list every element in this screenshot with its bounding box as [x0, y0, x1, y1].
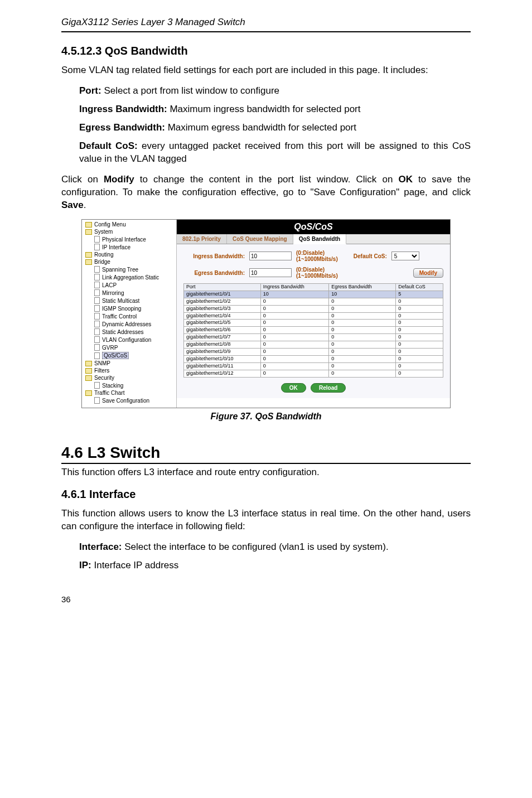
tree-vlan-config[interactable]: VLAN Configuration [83, 336, 175, 344]
table-cell: gigabitethernet1/0/3 [184, 305, 261, 312]
field-ingress-label: Ingress Bandwidth: [79, 104, 167, 114]
table-cell: 0 [260, 312, 328, 320]
tree-dynamic-addresses[interactable]: Dynamic Addresses [83, 320, 175, 328]
field-egress-label: Egress Bandwidth: [79, 122, 165, 133]
table-cell: 0 [329, 349, 396, 356]
section-heading-l3-switch: 4.6 L3 Switch [61, 444, 471, 464]
table-cell: 0 [260, 341, 328, 349]
folder-icon [85, 229, 92, 235]
table-cell: 0 [396, 355, 443, 362]
table-cell: 0 [396, 334, 443, 341]
section-heading-interface: 4.6.1 Interface [61, 488, 471, 501]
folder-icon [85, 252, 92, 258]
table-row[interactable]: gigabitethernet1/0/11000 [184, 362, 443, 370]
embedded-screenshot: Config Menu System Physical Interface IP… [81, 219, 451, 408]
egress-bw-input[interactable] [249, 268, 292, 277]
tree-bridge[interactable]: Bridge [83, 258, 175, 265]
ingress-bw-label: Ingress Bandwidth: [183, 253, 245, 259]
table-header-row: Port Ingress Bandwidth Egress Bandwidth … [184, 284, 443, 291]
table-row[interactable]: gigabitethernet1/0/8000 [184, 341, 443, 349]
table-row[interactable]: gigabitethernet1/0/12000 [184, 370, 443, 377]
table-cell: gigabitethernet1/0/8 [184, 341, 261, 349]
file-icon [94, 282, 100, 288]
file-icon [94, 382, 100, 389]
egress-note: (0:Disable)(1~1000Mbits/s) [296, 267, 338, 279]
tree-system[interactable]: System [83, 228, 175, 235]
reload-button[interactable]: Reload [311, 383, 346, 393]
file-icon [94, 321, 100, 327]
col-default-cos: Default CoS [396, 284, 443, 291]
table-cell: 0 [329, 320, 396, 327]
table-row[interactable]: gigabitethernet1/0/10000 [184, 355, 443, 362]
tree-stacking[interactable]: Stacking [83, 381, 175, 389]
tree-igmp-snooping[interactable]: IGMP Snooping [83, 304, 175, 312]
table-row[interactable]: gigabitethernet1/0/4000 [184, 312, 443, 320]
tree-lacp[interactable]: LACP [83, 281, 175, 289]
tree-static-multicast[interactable]: Static Multicast [83, 297, 175, 304]
table-cell: 0 [396, 341, 443, 349]
field-interface-label: Interface: [79, 541, 122, 552]
table-cell: 0 [260, 320, 328, 327]
table-row[interactable]: gigabitethernet1/0/9000 [184, 349, 443, 356]
tree-static-addresses[interactable]: Static Addresses [83, 328, 175, 336]
tab-qos-bandwidth[interactable]: QoS Bandwidth [293, 234, 346, 244]
interface-field-list: Interface: Select the interface to be co… [61, 541, 471, 572]
table-cell: 0 [396, 349, 443, 356]
field-ip-label: IP: [79, 560, 91, 570]
tab-bar: 802.1p Priority CoS Queue Mapping QoS Ba… [177, 234, 450, 244]
file-icon [94, 397, 100, 404]
default-cos-label: Default CoS: [342, 253, 387, 259]
tree-snmp[interactable]: SNMP [83, 360, 175, 367]
table-cell: 0 [396, 312, 443, 320]
tab-8021p[interactable]: 802.1p Priority [177, 234, 227, 244]
table-row[interactable]: gigabitethernet1/0/110105 [184, 291, 443, 298]
tree-traffic-chart[interactable]: Traffic Chart [83, 389, 175, 396]
table-cell: 0 [260, 349, 328, 356]
section-heading-qos-bandwidth: 4.5.12.3 QoS Bandwidth [61, 45, 471, 57]
col-ingress: Ingress Bandwidth [260, 284, 328, 291]
table-cell: 0 [396, 327, 443, 334]
field-port: Port: Select a port from list window to … [61, 85, 471, 98]
field-interface-text: Select the interface to be configured (v… [122, 541, 389, 552]
tree-qos-cos[interactable]: QoS/CoS [83, 351, 175, 360]
tree-physical-interface[interactable]: Physical Interface [83, 235, 175, 243]
table-row[interactable]: gigabitethernet1/0/6000 [184, 327, 443, 334]
modify-button[interactable]: Modify [413, 268, 443, 278]
table-cell: 0 [396, 298, 443, 305]
tree-routing[interactable]: Routing [83, 251, 175, 258]
tab-cos-queue[interactable]: CoS Queue Mapping [227, 234, 293, 244]
table-row[interactable]: gigabitethernet1/0/7000 [184, 334, 443, 341]
tree-security[interactable]: Security [83, 374, 175, 381]
table-row[interactable]: gigabitethernet1/0/5000 [184, 320, 443, 327]
nav-tree: Config Menu System Physical Interface IP… [82, 220, 177, 408]
table-cell: 0 [329, 362, 396, 370]
table-row[interactable]: gigabitethernet1/0/2000 [184, 298, 443, 305]
ok-button[interactable]: OK [281, 383, 306, 393]
field-port-label: Port: [79, 85, 101, 96]
default-cos-select[interactable]: 5 [391, 252, 419, 260]
egress-bw-label: Egress Bandwidth: [183, 270, 245, 276]
port-table: Port Ingress Bandwidth Egress Bandwidth … [183, 283, 443, 378]
table-cell: 0 [329, 305, 396, 312]
table-cell: gigabitethernet1/0/7 [184, 334, 261, 341]
tree-config-menu[interactable]: Config Menu [83, 221, 175, 228]
l3-intro: This function offers L3 interface and ro… [61, 466, 471, 479]
ingress-bw-input[interactable] [249, 252, 292, 260]
tree-filters[interactable]: Filters [83, 367, 175, 374]
table-cell: 0 [396, 320, 443, 327]
tree-link-aggregation[interactable]: Link Aggregation Static [83, 273, 175, 281]
table-cell: gigabitethernet1/0/10 [184, 355, 261, 362]
ingress-note: (0:Disable)(1~1000Mbits/s) [296, 250, 338, 262]
tree-ip-interface[interactable]: IP Interface [83, 243, 175, 251]
table-cell: 5 [396, 291, 443, 298]
table-row[interactable]: gigabitethernet1/0/3000 [184, 305, 443, 312]
tree-spanning-tree[interactable]: Spanning Tree [83, 265, 175, 273]
tree-mirroring[interactable]: Mirroring [83, 289, 175, 297]
tree-gvrp[interactable]: GVRP [83, 344, 175, 351]
table-cell: 10 [329, 291, 396, 298]
file-icon [94, 236, 100, 243]
field-default-cos-text: every untagged packet received from this… [79, 141, 471, 164]
tree-traffic-control[interactable]: Traffic Control [83, 312, 175, 320]
tree-save-config[interactable]: Save Configuration [83, 396, 175, 404]
table-cell: gigabitethernet1/0/4 [184, 312, 261, 320]
